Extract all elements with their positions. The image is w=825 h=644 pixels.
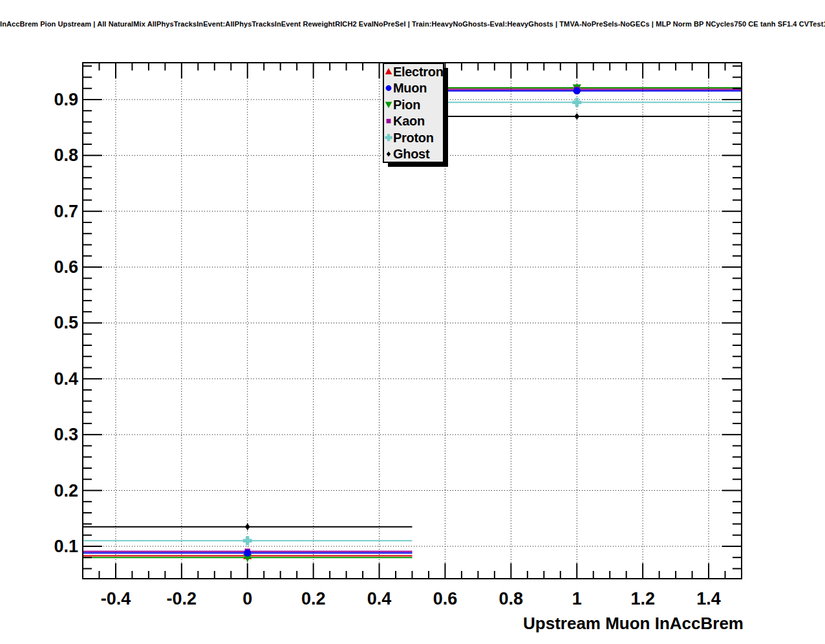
legend-entry-electron: Electron xyxy=(385,65,444,79)
legend-label: Ghost xyxy=(393,147,430,161)
proton-marker-icon xyxy=(243,536,252,545)
y-tick-label: 0.1 xyxy=(54,537,78,556)
x-tick-label: 1.4 xyxy=(696,589,721,608)
ghost-marker-icon xyxy=(245,524,250,530)
x-tick-label: 0.2 xyxy=(301,589,326,608)
legend-label: Proton xyxy=(393,131,434,145)
axis-labels: -0.4-0.200.20.40.60.811.21.40.10.20.30.4… xyxy=(54,90,720,608)
proton-marker-icon xyxy=(572,98,581,107)
y-tick-label: 0.7 xyxy=(54,202,78,221)
x-tick-label: 1.2 xyxy=(630,589,655,608)
x-tick-label: 0.6 xyxy=(433,589,458,608)
x-tick-label: -0.2 xyxy=(167,589,197,608)
kaon-legend-marker-icon xyxy=(387,119,391,123)
y-tick-label: 0.2 xyxy=(54,481,78,500)
muon-legend-marker-icon xyxy=(386,85,392,91)
x-tick-label: 0.4 xyxy=(367,589,392,608)
x-tick-label: 1 xyxy=(572,589,582,608)
root-canvas: { "title": "InAccBrem Pion Upstream | Al… xyxy=(0,0,825,644)
legend-label: Kaon xyxy=(393,114,425,128)
muon-marker-icon xyxy=(573,87,581,94)
ghost-marker-icon xyxy=(574,113,579,120)
y-tick-label: 0.8 xyxy=(54,145,78,165)
x-tick-label: -0.4 xyxy=(101,589,131,608)
y-tick-label: 0.4 xyxy=(54,369,78,389)
y-tick-label: 0.5 xyxy=(54,313,78,332)
legend-entry-ghost: Ghost xyxy=(387,147,430,161)
x-tick-label: 0 xyxy=(242,589,252,608)
plot-area: -0.4-0.200.20.40.60.811.21.40.10.20.30.4… xyxy=(0,0,825,644)
legend-label: Electron xyxy=(393,65,444,79)
y-tick-label: 0.6 xyxy=(54,257,78,277)
y-tick-label: 0.9 xyxy=(54,90,78,109)
legend-label: Muon xyxy=(393,81,427,95)
muon-marker-icon xyxy=(244,550,251,557)
x-tick-label: 0.8 xyxy=(499,589,524,608)
y-tick-label: 0.3 xyxy=(54,425,78,444)
x-axis-title: Upstream Muon InAccBrem xyxy=(523,614,744,633)
legend-label: Pion xyxy=(393,98,420,112)
legend-box: ElectronMuonPionKaonProtonGhost xyxy=(383,63,448,167)
